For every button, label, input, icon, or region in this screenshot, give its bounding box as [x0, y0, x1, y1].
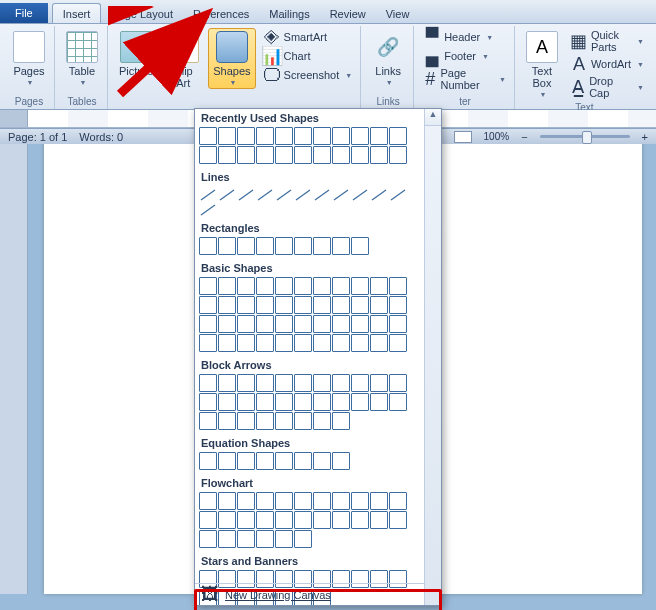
- shape-item[interactable]: [313, 452, 331, 470]
- shape-item[interactable]: [313, 296, 331, 314]
- table-button[interactable]: Table ▼: [61, 28, 103, 89]
- shape-item[interactable]: [199, 334, 217, 352]
- shape-item[interactable]: [370, 315, 388, 333]
- view-draft[interactable]: [454, 131, 472, 143]
- shape-item[interactable]: [313, 511, 331, 529]
- shape-item[interactable]: [389, 296, 407, 314]
- shape-item[interactable]: [218, 296, 236, 314]
- status-zoom[interactable]: 100%: [484, 131, 510, 142]
- shape-item[interactable]: [275, 277, 293, 295]
- shape-item[interactable]: [275, 127, 293, 145]
- shape-item[interactable]: [370, 127, 388, 145]
- shape-item[interactable]: [332, 511, 350, 529]
- tab-references[interactable]: References: [183, 4, 259, 23]
- shape-item[interactable]: [237, 146, 255, 164]
- shape-item[interactable]: [256, 374, 274, 392]
- shape-item[interactable]: [199, 201, 217, 215]
- shape-item[interactable]: [199, 530, 217, 548]
- shape-item[interactable]: [332, 237, 350, 255]
- shape-item[interactable]: [294, 374, 312, 392]
- shape-item[interactable]: [218, 186, 236, 200]
- shape-item[interactable]: [313, 127, 331, 145]
- shape-item[interactable]: [294, 452, 312, 470]
- shape-item[interactable]: [237, 452, 255, 470]
- shape-item[interactable]: [275, 452, 293, 470]
- shape-item[interactable]: [199, 296, 217, 314]
- shape-item[interactable]: [294, 296, 312, 314]
- shape-item[interactable]: [313, 315, 331, 333]
- shape-item[interactable]: [256, 530, 274, 548]
- gallery-scrollbar[interactable]: ▲: [424, 109, 441, 605]
- zoom-slider[interactable]: [540, 135, 630, 138]
- shape-item[interactable]: [351, 186, 369, 200]
- new-drawing-canvas[interactable]: 🖼 New Drawing Canvas: [195, 583, 424, 605]
- tab-view[interactable]: View: [376, 4, 420, 23]
- shape-item[interactable]: [389, 492, 407, 510]
- shape-item[interactable]: [199, 186, 217, 200]
- shape-item[interactable]: [351, 277, 369, 295]
- gallery-icons-basic[interactable]: [195, 276, 424, 356]
- shape-item[interactable]: [313, 334, 331, 352]
- shape-item[interactable]: [218, 393, 236, 411]
- shape-item[interactable]: [275, 374, 293, 392]
- shape-item[interactable]: [351, 127, 369, 145]
- shape-item[interactable]: [256, 315, 274, 333]
- shape-item[interactable]: [294, 412, 312, 430]
- shape-item[interactable]: [389, 277, 407, 295]
- shape-item[interactable]: [218, 412, 236, 430]
- shape-item[interactable]: [294, 530, 312, 548]
- shape-item[interactable]: [275, 186, 293, 200]
- shapes-gallery-scroll[interactable]: Recently Used Shapes Lines Rectangles Ba…: [195, 109, 424, 605]
- shape-item[interactable]: [256, 277, 274, 295]
- shape-item[interactable]: [294, 511, 312, 529]
- shape-item[interactable]: [351, 492, 369, 510]
- shape-item[interactable]: [218, 492, 236, 510]
- shape-item[interactable]: [313, 492, 331, 510]
- shape-item[interactable]: [370, 393, 388, 411]
- shape-item[interactable]: [275, 237, 293, 255]
- shape-item[interactable]: [351, 315, 369, 333]
- shape-item[interactable]: [218, 127, 236, 145]
- gallery-icons-eq[interactable]: [195, 451, 424, 474]
- shape-item[interactable]: [256, 127, 274, 145]
- tab-insert[interactable]: Insert: [52, 3, 102, 23]
- shape-item[interactable]: [351, 511, 369, 529]
- shape-item[interactable]: [237, 186, 255, 200]
- header-button[interactable]: ▀Header▼: [420, 28, 510, 46]
- shape-item[interactable]: [256, 186, 274, 200]
- tab-review[interactable]: Review: [320, 4, 376, 23]
- shape-item[interactable]: [351, 146, 369, 164]
- pages-button[interactable]: Pages ▼: [8, 28, 50, 89]
- shape-item[interactable]: [389, 146, 407, 164]
- shape-item[interactable]: [237, 393, 255, 411]
- shape-item[interactable]: [237, 277, 255, 295]
- shape-item[interactable]: [237, 237, 255, 255]
- shape-item[interactable]: [275, 530, 293, 548]
- shape-item[interactable]: [294, 315, 312, 333]
- clipart-button[interactable]: Clip Art: [162, 28, 204, 92]
- shape-item[interactable]: [256, 511, 274, 529]
- shape-item[interactable]: [389, 127, 407, 145]
- shape-item[interactable]: [332, 277, 350, 295]
- shape-item[interactable]: [294, 237, 312, 255]
- shape-item[interactable]: [389, 511, 407, 529]
- gallery-icons-arrows[interactable]: [195, 373, 424, 434]
- shape-item[interactable]: [237, 127, 255, 145]
- tab-mailings[interactable]: Mailings: [259, 4, 319, 23]
- shape-item[interactable]: [294, 334, 312, 352]
- links-button[interactable]: 🔗 Links ▼: [367, 28, 409, 89]
- tab-file[interactable]: File: [0, 3, 48, 23]
- shape-item[interactable]: [199, 374, 217, 392]
- shape-item[interactable]: [256, 146, 274, 164]
- screenshot-button[interactable]: 🖵Screenshot▼: [260, 66, 357, 84]
- shape-item[interactable]: [275, 334, 293, 352]
- shape-item[interactable]: [237, 374, 255, 392]
- shape-item[interactable]: [275, 315, 293, 333]
- zoom-in-icon[interactable]: +: [642, 131, 648, 143]
- shape-item[interactable]: [237, 315, 255, 333]
- gallery-icons-recent[interactable]: [195, 126, 424, 168]
- shape-item[interactable]: [370, 186, 388, 200]
- gallery-icons-lines[interactable]: [195, 185, 424, 219]
- status-words[interactable]: Words: 0: [79, 131, 123, 143]
- zoom-out-icon[interactable]: −: [521, 131, 527, 143]
